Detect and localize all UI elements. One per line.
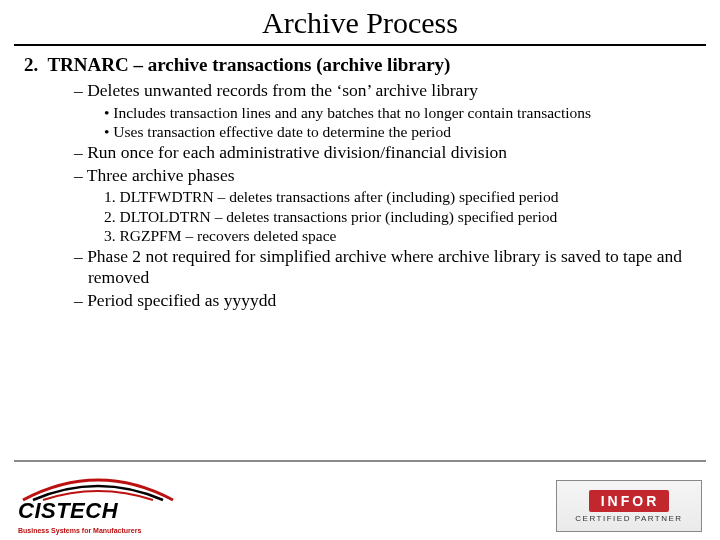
item-label: TRNARC – archive transactions (archive l… xyxy=(47,54,450,75)
dash-item: Period specified as yyyydd xyxy=(88,290,704,312)
item-number: 2. xyxy=(24,54,38,75)
phase-item: 2. DLTOLDTRN – deletes transactions prio… xyxy=(104,207,704,226)
phase-list: 1. DLTFWDTRN – deletes transactions afte… xyxy=(104,187,704,245)
bullet-item: Includes transaction lines and any batch… xyxy=(116,103,704,122)
cistech-name: CISTECH xyxy=(18,498,118,524)
dash-item: Phase 2 not required for simplified arch… xyxy=(88,246,704,290)
phase-item: 3. RGZPFM – recovers deleted space xyxy=(104,226,704,245)
page-title: Archive Process xyxy=(0,0,720,44)
dash-item: Three archive phases xyxy=(88,165,704,187)
infor-brand: INFOR xyxy=(589,490,670,512)
infor-subtext: CERTIFIED PARTNER xyxy=(575,514,682,523)
footer-logos: CISTECH Business Systems for Manufacture… xyxy=(18,474,702,532)
phase-item: 1. DLTFWDTRN – deletes transactions afte… xyxy=(104,187,704,206)
content-area: 2. TRNARC – archive transactions (archiv… xyxy=(0,54,720,312)
bullet-list: Includes transaction lines and any batch… xyxy=(104,103,704,142)
dash-item: Deletes unwanted records from the ‘son’ … xyxy=(88,80,704,102)
numbered-item: 2. TRNARC – archive transactions (archiv… xyxy=(42,54,704,76)
footer-divider xyxy=(14,460,706,462)
cistech-logo: CISTECH Business Systems for Manufacture… xyxy=(18,474,178,532)
dash-item: Run once for each administrative divisio… xyxy=(88,142,704,164)
title-divider xyxy=(14,44,706,46)
infor-badge: INFOR CERTIFIED PARTNER xyxy=(556,480,702,532)
cistech-tagline: Business Systems for Manufacturers xyxy=(18,527,141,534)
dash-list: Deletes unwanted records from the ‘son’ … xyxy=(74,80,704,312)
bullet-item: Uses transaction effective date to deter… xyxy=(116,122,704,141)
